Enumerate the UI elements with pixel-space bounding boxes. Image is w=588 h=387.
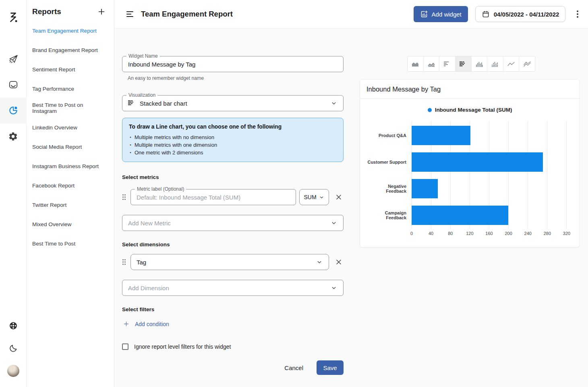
chart-category-labels: Product Q&ACustomer SupportNegative Feed… [366, 121, 412, 237]
aggregation-select[interactable]: SUM [299, 189, 329, 205]
visualization-label: Visualization [126, 92, 157, 98]
sidebar-item-instagram-business-report[interactable]: Instagram Business Report [27, 156, 114, 176]
rail-item-inbox[interactable] [0, 72, 27, 98]
widget-name-field-wrap: Widget Name [122, 56, 344, 72]
chart-type-column-chart[interactable] [472, 56, 488, 71]
metric-label-input[interactable] [137, 194, 290, 201]
rail-item-account[interactable] [0, 360, 27, 382]
sidebar-item-facebook-report[interactable]: Facebook Report [27, 176, 114, 195]
calendar-icon [482, 10, 490, 18]
sidebar-item-tag-performance[interactable]: Tag Performance [27, 79, 114, 98]
bar-chart-icon [444, 61, 451, 67]
chart-type-stacked-bar-chart[interactable] [455, 56, 472, 71]
ignore-filters-label: Ignore report level filters for this wid… [134, 343, 231, 350]
rail-item-publish[interactable] [0, 46, 27, 72]
select-dimensions-label: Select dimensions [122, 241, 344, 248]
x-tick: 0 [410, 231, 413, 236]
paper-plane-icon [8, 54, 19, 64]
add-widget-label: Add widget [432, 11, 462, 18]
sidebar-item-linkedin-overview[interactable]: Linkedin Overview [27, 118, 114, 137]
sidebar-item-brand-engagement-report[interactable]: Brand Engagement Report [27, 40, 114, 60]
x-tick: 280 [544, 231, 551, 236]
sidebar-item-mixed-overview[interactable]: Mixed Overview [27, 214, 114, 234]
chevron-down-icon [330, 284, 337, 291]
ignore-filters-checkbox[interactable] [122, 343, 128, 350]
chevron-down-icon [316, 258, 323, 266]
chart-type-stacked-column-chart[interactable] [487, 56, 503, 71]
pie-chart-icon [8, 105, 19, 116]
sidebar-item-social-media-report[interactable]: Social Media Report [27, 137, 114, 156]
x-tick: 240 [524, 231, 532, 236]
chart-type-stacked-area-chart[interactable] [424, 56, 440, 71]
chart-legend[interactable]: Inbound Message Total (SUM) [360, 107, 580, 113]
cancel-button[interactable]: Cancel [279, 361, 309, 375]
remove-metric-button[interactable] [334, 192, 344, 202]
aggregation-value: SUM [304, 194, 316, 200]
rail-item-help[interactable] [0, 314, 27, 337]
date-range-button[interactable]: 04/05/2022 - 04/11/2022 [475, 6, 566, 22]
metric-label-field-wrap: Metric label (Optional) [130, 189, 296, 205]
main-area: Team Engagement Report Add widget [114, 0, 588, 387]
drag-handle-icon[interactable] [122, 259, 126, 265]
add-condition-button[interactable]: Add condition [122, 319, 170, 329]
metric-row: Metric label (Optional) SUM [122, 189, 344, 205]
line-chart-icon [507, 61, 515, 67]
x-tick: 120 [466, 231, 473, 236]
visualization-select[interactable]: Visualization Stacked bar chart [122, 95, 344, 111]
x-tick: 80 [448, 231, 453, 236]
widget-editor-form: Widget Name An easy to remember widget n… [122, 56, 344, 387]
gear-icon [8, 131, 18, 141]
sidebar-item-team-engagement-report[interactable]: Team Engagement Report [27, 21, 114, 40]
dimension-select[interactable]: Tag [130, 254, 329, 270]
remove-dimension-button[interactable] [334, 257, 344, 267]
add-report-button[interactable] [95, 6, 108, 18]
app-logo-icon[interactable] [6, 10, 20, 26]
drag-handle-icon[interactable] [122, 194, 126, 200]
chart-type-toolbar [407, 56, 535, 72]
preview-panel: Inbound Message by Tag Inbound Message T… [360, 56, 580, 387]
widget-name-hint: An easy to remember widget name [128, 75, 344, 81]
line-chart-info-box: To draw a Line chart, you can choose one… [122, 118, 344, 162]
x-tick: 320 [563, 231, 570, 236]
add-dimension-select[interactable]: Add Dimension [122, 280, 344, 296]
chart-type-bar-chart[interactable] [439, 56, 455, 71]
dimension-row: Tag [122, 254, 344, 270]
stacked-bar-chart-icon [460, 61, 467, 67]
dimension-value: Tag [137, 259, 146, 266]
plus-icon [123, 320, 130, 327]
chart-bars [412, 121, 567, 229]
rail-item-settings[interactable] [0, 123, 27, 149]
category-label: Negative Feedback [366, 179, 412, 198]
sidebar-title: Reports [32, 7, 61, 16]
select-filters-label: Select filters [122, 306, 344, 312]
chart-type-stacked-line-chart[interactable] [519, 56, 535, 71]
ignore-filters-row: Ignore report level filters for this wid… [122, 343, 344, 350]
nav-toggle-icon[interactable] [126, 10, 134, 19]
app-window: Reports Team Engagement Report Brand Eng… [0, 0, 588, 387]
rail-item-dark-mode[interactable] [0, 337, 27, 360]
add-condition-label: Add condition [135, 321, 169, 327]
sidebar-item-sentiment-report[interactable]: Sentiment Report [27, 60, 114, 79]
stacked-column-chart-icon [491, 61, 499, 67]
chart-plot: Product Q&ACustomer SupportNegative Feed… [360, 121, 580, 237]
chevron-down-icon [319, 194, 325, 200]
chart-type-area-chart[interactable] [408, 56, 424, 71]
sidebar-item-best-time-to-post[interactable]: Best Time to Post [27, 234, 114, 253]
more-options-icon[interactable] [574, 8, 581, 20]
rail-item-reports[interactable] [0, 98, 27, 123]
chart-type-line-chart[interactable] [503, 56, 520, 71]
info-bullet: Multiple metrics with no dimension [129, 133, 337, 141]
bar [412, 126, 470, 145]
reports-sidebar: Reports Team Engagement Report Brand Eng… [27, 0, 114, 387]
chevron-down-icon [330, 100, 337, 107]
stacked-area-chart-icon [428, 61, 435, 67]
sidebar-item-best-time-to-post-on-instagram[interactable]: Best Time to Post on Instagram [27, 98, 114, 118]
save-button[interactable]: Save [317, 360, 344, 375]
widget-name-input[interactable] [128, 61, 337, 68]
add-widget-button[interactable]: Add widget [414, 6, 468, 22]
content: Widget Name An easy to remember widget n… [114, 29, 588, 387]
close-icon [335, 193, 343, 201]
add-dimension-placeholder: Add Dimension [128, 285, 169, 291]
sidebar-item-twitter-report[interactable]: Twitter Report [27, 195, 114, 214]
add-new-metric-select[interactable]: Add New Metric [122, 215, 344, 231]
